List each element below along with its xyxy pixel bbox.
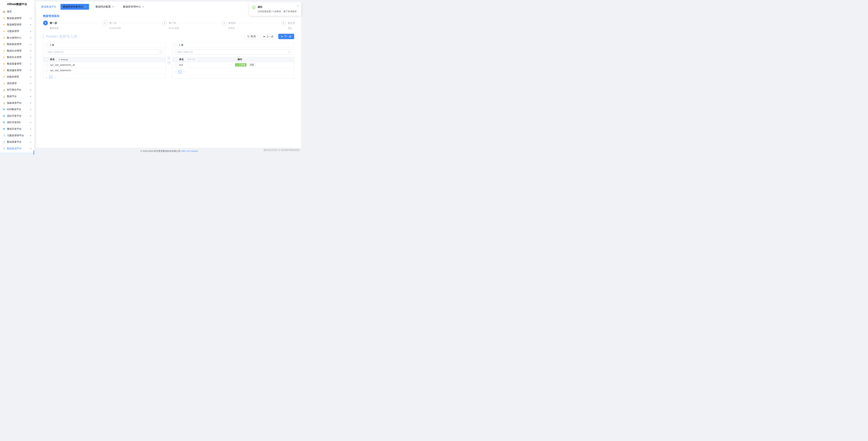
sidebar-item[interactable]: 数据集成平台 [0,145,34,152]
diamond-icon [2,115,5,118]
prev-page-icon[interactable] [45,76,48,78]
sidebar-item[interactable]: 系统管理 [0,80,34,87]
sidebar-item[interactable]: 指标体系平台 [0,100,34,106]
step-number: 4 [222,21,226,25]
row-checkbox[interactable] [45,69,48,71]
sidebar-item[interactable]: 元数据管理平台 [0,132,34,139]
prev-page-icon[interactable] [175,71,177,73]
row-set-button[interactable]: 设置 [248,63,256,66]
table-row: test 已设置 设置 [173,62,294,68]
close-icon[interactable] [297,5,299,7]
chevron-down-icon [30,69,32,71]
table-name-cell: sys_stat_statements [50,69,71,72]
step-connector [179,23,219,23]
sidebar-item-label: 数据集成平台 [7,147,29,150]
bolt-icon [2,36,5,39]
chevron-down-icon [30,128,32,130]
sidebar-item[interactable]: BI可视化平台 [0,87,34,93]
row-checkbox[interactable] [45,64,48,66]
sidebar-scrollbar-thumb[interactable] [34,150,34,155]
ice-icon [2,134,5,137]
nav-tab[interactable]: 数据库管理中心 [121,4,147,10]
sidebar-item[interactable]: 实时开发IDE [0,119,34,126]
page-number[interactable]: 1 [178,70,182,74]
step-description: 基本信息 [50,27,102,30]
sidebar-item[interactable]: 数据比对管理 [0,48,34,54]
sidebar-item[interactable]: 数据安全管理 [0,54,34,61]
sidebar-item[interactable]: 元数据管理 [0,28,34,35]
bolt-icon [2,62,5,65]
nav-tab-label: 数据同步任务中心 [63,5,83,8]
bolt-icon [2,30,5,33]
chevron-down-icon [30,43,32,45]
sidebar-item[interactable]: BI报表管理 [0,74,34,80]
chevron-down-icon [30,37,32,39]
source-search-input[interactable] [45,50,163,55]
nav-tab[interactable]: 数据同步任务中心 [61,4,89,10]
sidebar-item[interactable]: 数据平台 [0,93,34,100]
nav-home-link[interactable]: 数据集成平台 [41,5,56,8]
sidebar-item[interactable]: 数仓查询中心 [0,34,34,41]
batch-set-button[interactable]: 批量设置 [185,58,197,61]
source-count-label: 2 项 [50,43,54,47]
source-table-panel: 2 项 表名 Reload sys_stat_statements_all [43,42,166,79]
bolt-icon [2,17,5,20]
wizard-step: 1 第一步 基本信息 [43,21,102,30]
target-search-input[interactable] [175,50,292,55]
next-page-icon[interactable] [183,71,185,73]
sidebar-item-label: 指标体系平台 [7,101,29,105]
sidebar-item[interactable]: 数据集成管理 [0,15,34,22]
step-number: 5 [281,21,286,25]
sidebar-item[interactable]: 数据质量管理 [0,61,34,67]
sidebar-menu: 首页 数据集成管理 数据模型管理 元数据管理 数仓查询中心 数据标准管 [0,8,34,152]
sidebar-item[interactable]: 离线开发平台 [0,126,34,132]
sidebar-item[interactable]: 数据服务管理 [0,67,34,74]
sidebar-active-submenu-partial[interactable] [0,152,34,155]
step-number: 1 [43,21,48,25]
license-link[interactable]: GPL-3.0 License [181,150,198,152]
bolt-icon [2,69,5,72]
chevron-down-icon [30,134,32,136]
reload-button[interactable]: Reload [57,58,69,61]
next-page-icon[interactable] [54,76,56,78]
sidebar-item[interactable]: 实时开发平台 [0,113,34,120]
nav-tab[interactable]: 数据同步配置 [93,4,117,10]
sidebar-item[interactable]: 数据质量平台 [0,139,34,146]
sidebar-item[interactable]: 数据标准管理 [0,41,34,48]
wizard-step: 5 第五步 确认 [281,21,296,30]
sidebar-item[interactable]: 首页 [0,8,34,15]
refresh-left-icon [247,35,250,38]
section-header-row: Reader 选择导入表 取消 上一步 下一步 [43,34,294,39]
next-step-button[interactable]: 下一步 [278,34,294,39]
toast-message: 已经批量设置了1张新表，接下来请保存 [257,10,297,13]
row-checkbox[interactable] [175,64,177,66]
prev-step-button[interactable]: 上一步 [260,34,276,39]
cancel-button[interactable]: 取消 [245,34,258,39]
move-right-button[interactable] [167,61,170,64]
step-title: 第三步 [169,21,176,25]
sidebar-item[interactable]: 数据模型管理 [0,22,34,28]
section-accent-bar [43,34,44,39]
table-name-cell: test [179,64,233,66]
step-title: 第四步 [228,21,236,25]
select-all-checkbox[interactable] [175,44,177,46]
move-left-button[interactable] [167,57,170,60]
sidebar-item-label: 数仓查询中心 [7,36,29,39]
diamond-icon [2,121,5,124]
transfer-controls [166,42,172,79]
select-all-checkbox[interactable] [45,44,48,46]
wizard-step: 3 第三步 Writer设置 [162,21,222,30]
step-connector [119,23,160,23]
header-checkbox[interactable] [175,58,177,61]
success-check-icon [252,5,256,13]
header-checkbox[interactable] [45,58,48,61]
page-number[interactable]: 1 [49,75,52,79]
check-icon [236,64,238,66]
sidebar-item-label: 数据比对管理 [7,49,29,53]
sidebar-item[interactable]: K8S数据平台 [0,106,34,113]
sidebar-item-label: 数据质量管理 [7,62,29,66]
sidebar-item-label: 数据模型管理 [7,23,29,26]
table-row: sys_stat_statements [43,68,165,73]
table-name-cell: sys_stat_statements_all [50,64,75,66]
chevron-down-icon [30,30,32,32]
